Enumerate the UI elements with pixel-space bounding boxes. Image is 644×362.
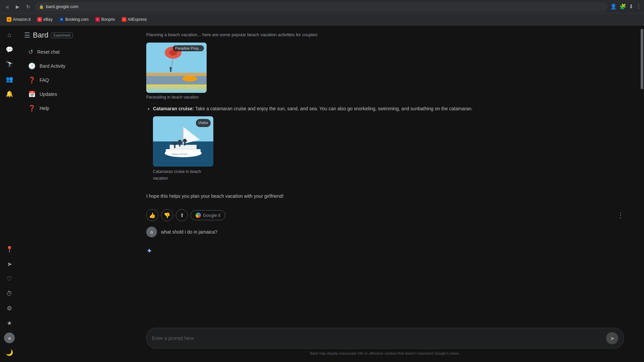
forward-button[interactable]: ▶: [13, 3, 21, 11]
address-bar[interactable]: 🔒 bard.google.com: [35, 2, 607, 11]
sidebar-avatar-icon[interactable]: a: [4, 333, 15, 343]
google-it-label: Google it: [203, 213, 220, 218]
sidebar-settings-icon[interactable]: ⚙: [3, 302, 16, 315]
catamaran-text: Take a catamaran cruise and enjoy the su…: [195, 106, 473, 111]
scrollbar-thumb[interactable]: [641, 29, 643, 89]
reset-icon: ↺: [28, 48, 33, 56]
chat-area[interactable]: Planning a beach vacation... here are so…: [126, 25, 644, 324]
svg-rect-16: [182, 126, 183, 145]
catamaran-bold: Catamaran cruise:: [153, 106, 194, 111]
bard-star-icon: ✦: [146, 247, 156, 256]
parasailing-badge: Paradise Prop...: [173, 45, 204, 51]
bookmark-label: eBay: [43, 17, 52, 22]
back-button[interactable]: ◀: [3, 3, 11, 11]
sidebar-explore-icon[interactable]: 🔭: [3, 58, 16, 71]
parasailing-caption: Parasailing in beach vacation: [146, 95, 207, 100]
catamaran-card: THREE CAPTAIN Visitor Catamaran cruise i…: [153, 116, 213, 181]
bookmark-label: Amazon.it: [13, 17, 31, 22]
nav-updates[interactable]: 📅 Updates: [21, 87, 123, 101]
bookmark-bonprix[interactable]: b Bonprix: [93, 16, 118, 23]
toolbar-icons: 👤 🧩 ⬇ ⋮: [610, 3, 641, 10]
parasailing-image: Paradise Prop...: [146, 43, 207, 93]
sidebar-narrow: ⌂ 💬 🔭 👥 🔔 📍 ➤ ♡ ⏱ ⚙ ★ a 🌙: [0, 25, 19, 362]
google-it-button[interactable]: Google it: [191, 210, 225, 220]
download-icon[interactable]: ⬇: [629, 3, 633, 10]
nav-faq-label: FAQ: [40, 77, 49, 83]
svg-rect-8: [170, 69, 171, 72]
app-title: Bard: [33, 31, 48, 40]
url-text: bard.google.com: [46, 4, 78, 9]
sidebar-home-icon[interactable]: ⌂: [3, 28, 16, 42]
svg-point-7: [170, 67, 172, 69]
truncated-text: Planning a beach vacation... here are so…: [146, 32, 624, 37]
bookmark-label: AliExpress: [128, 17, 147, 22]
amazon-icon: A: [7, 17, 11, 22]
nav-bard-activity[interactable]: 🕐 Bard Activity: [21, 59, 123, 73]
catamaran-badge: Visitor: [196, 119, 211, 127]
nav-help[interactable]: ❓ Help: [21, 101, 123, 115]
sidebar-notifications-icon[interactable]: 🔔: [3, 87, 16, 101]
nav-reset-chat[interactable]: ↺ Reset chat: [21, 45, 123, 59]
faq-icon: ❓: [28, 76, 36, 84]
menu-icon[interactable]: ⋮: [636, 3, 641, 10]
send-button[interactable]: ➤: [606, 332, 618, 344]
activity-icon: 🕐: [28, 62, 36, 70]
prompt-input[interactable]: [152, 336, 602, 341]
bookmarks-bar: A Amazon.it e eBay B Booking.com b Bonpr…: [0, 13, 644, 25]
prompt-input-container: ➤: [146, 328, 624, 349]
sidebar-dark-icon[interactable]: 🌙: [3, 346, 16, 359]
bonprix-icon: b: [95, 17, 100, 22]
bookmark-aliexpress[interactable]: A AliExpress: [119, 16, 150, 23]
parasailing-card: Paradise Prop... Parasailing in beach va…: [146, 43, 207, 100]
sidebar-star-icon[interactable]: ★: [3, 316, 16, 330]
ali-icon: A: [122, 17, 126, 22]
browser-toolbar: ◀ ▶ ↻ 🔒 bard.google.com 👤 🧩 ⬇ ⋮: [0, 0, 644, 13]
closing-text: I hope this helps you plan your beach va…: [146, 192, 624, 200]
profile-icon[interactable]: 👤: [610, 3, 617, 10]
user-avatar: a: [146, 227, 157, 237]
share-button[interactable]: ⬆: [176, 209, 188, 221]
lock-icon: 🔒: [39, 4, 44, 9]
google-g-icon: [196, 213, 201, 218]
more-options-button[interactable]: ⋮: [617, 211, 624, 219]
updates-icon: 📅: [28, 90, 36, 98]
thumbs-up-button[interactable]: 👍: [146, 209, 158, 221]
sidebar-heart-icon[interactable]: ♡: [3, 272, 16, 286]
bookmark-booking[interactable]: B Booking.com: [57, 16, 91, 23]
catamaran-caption: Catamaran cruise in beach vacation: [153, 169, 213, 181]
svg-rect-15: [170, 145, 197, 150]
sidebar-send-icon[interactable]: ➤: [3, 257, 16, 271]
nav-bard-activity-label: Bard Activity: [40, 63, 65, 69]
disclaimer-text: Bard may display inaccurate info or offe…: [146, 351, 624, 355]
thumbs-down-button[interactable]: 👎: [161, 209, 173, 221]
sidebar-map-icon[interactable]: 📍: [3, 243, 16, 256]
main-content: Planning a beach vacation... here are so…: [126, 25, 644, 362]
svg-rect-2: [146, 76, 207, 84]
extensions-icon[interactable]: 🧩: [620, 3, 626, 10]
left-panel: ☰ Bard Experiment ↺ Reset chat 🕐 Bard Ac…: [19, 25, 126, 362]
app-layout: ⌂ 💬 🔭 👥 🔔 📍 ➤ ♡ ⏱ ⚙ ★ a 🌙 ☰ Bard Experim…: [0, 25, 644, 362]
browser-chrome: ◀ ▶ ↻ 🔒 bard.google.com 👤 🧩 ⬇ ⋮ A Amazon…: [0, 0, 644, 25]
sidebar-time-icon[interactable]: ⏱: [3, 287, 16, 300]
sidebar-chat-icon[interactable]: 💬: [3, 43, 16, 56]
svg-rect-10: [185, 76, 195, 79]
bookmark-label: Booking.com: [65, 17, 89, 22]
hamburger-menu[interactable]: ☰: [24, 31, 30, 39]
nav-faq[interactable]: ❓ FAQ: [21, 73, 123, 87]
help-icon: ❓: [28, 105, 36, 112]
catamaran-item: Catamaran cruise: Take a catamaran cruis…: [153, 105, 624, 187]
ebay-icon: e: [37, 17, 42, 22]
bard-thinking: ✦: [146, 243, 624, 260]
bookmark-amazon[interactable]: A Amazon.it: [4, 16, 33, 23]
sidebar-people-icon[interactable]: 👥: [3, 72, 16, 86]
app-header: ☰ Bard Experiment: [19, 28, 126, 45]
bookmark-ebay[interactable]: e eBay: [35, 16, 55, 23]
nav-help-label: Help: [40, 106, 49, 111]
user-message-text: what shold i do in jamaica?: [161, 227, 217, 236]
reload-button[interactable]: ↻: [24, 3, 32, 11]
nav-reset-label: Reset chat: [37, 49, 60, 55]
scrollbar-track[interactable]: [640, 25, 644, 362]
user-message: a what shold i do in jamaica?: [146, 227, 624, 237]
booking-icon: B: [59, 17, 64, 22]
catamaran-image: THREE CAPTAIN Visitor: [153, 116, 213, 167]
